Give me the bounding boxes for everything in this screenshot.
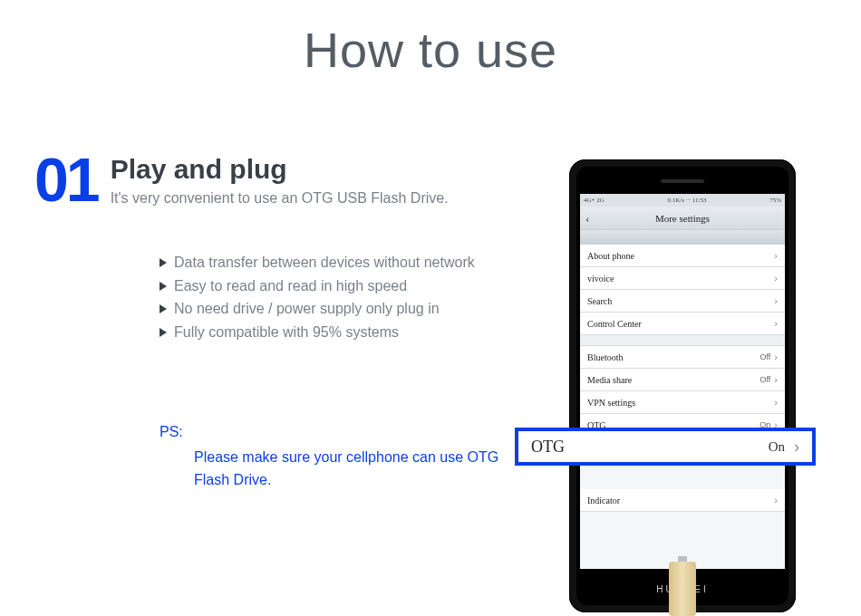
settings-row-bluetooth[interactable]: Bluetooth Off› (580, 346, 785, 369)
bullet-text: Easy to read and read in high speed (174, 274, 407, 298)
settings-row-search[interactable]: Search › (580, 290, 785, 313)
row-value: Off (759, 375, 770, 384)
row-label: Search (587, 296, 612, 306)
list-item: Easy to read and read in high speed (160, 274, 542, 298)
ps-block: PS: Please make sure your cellphone can … (160, 424, 542, 492)
bullet-text: Fully compatible with 95% systems (174, 321, 399, 344)
status-mid: 0.1K/s ··· 11:53 (668, 197, 707, 204)
phone-mockup: 4G+ 2G 0.1K/s ··· 11:53 75% ‹ More setti… (569, 159, 796, 612)
callout-label: OTG (531, 438, 565, 457)
chevron-right-icon: › (774, 318, 778, 329)
bullet-list: Data transfer between devices without ne… (160, 251, 542, 343)
ps-label: PS: (160, 424, 542, 440)
step-heading: Play and plug (111, 154, 449, 185)
status-right: 75% (769, 197, 781, 204)
chevron-right-icon: › (774, 351, 778, 362)
step-section: 01 Play and plug It's very convenient to… (34, 152, 542, 492)
settings-row-vpn[interactable]: VPN settings › (580, 391, 785, 414)
chevron-right-icon: › (774, 495, 778, 505)
triangle-icon (160, 258, 167, 267)
chevron-right-icon: › (774, 295, 778, 306)
row-label: Indicator (587, 496, 620, 505)
row-label: Media share (587, 375, 632, 385)
row-value: Off (759, 352, 770, 361)
chevron-right-icon: › (794, 438, 799, 457)
header-image (580, 230, 785, 245)
chevron-right-icon: › (774, 374, 778, 385)
otg-callout: OTG On › (515, 428, 816, 466)
step-number: 01 (34, 152, 98, 207)
chevron-right-icon: › (774, 273, 778, 284)
page-title: How to use (0, 22, 861, 78)
settings-row-vivoice[interactable]: vivoice › (580, 267, 785, 290)
list-item: No need drive / power supply only plug i… (160, 297, 542, 321)
row-label: vivoice (587, 274, 614, 284)
chevron-right-icon: › (774, 397, 778, 408)
triangle-icon (160, 304, 167, 313)
row-label: Control Center (587, 319, 642, 329)
settings-row-control-center[interactable]: Control Center › (580, 313, 785, 335)
bullet-text: No need drive / power supply only plug i… (174, 297, 440, 321)
settings-row-indicator[interactable]: Indicator › (580, 489, 785, 512)
row-label: About phone (587, 251, 634, 261)
settings-row-about-phone[interactable]: About phone › (580, 245, 785, 267)
chevron-right-icon: › (774, 250, 778, 261)
row-label: VPN settings (587, 398, 635, 408)
list-item: Fully compatible with 95% systems (160, 321, 542, 344)
phone-screen: 4G+ 2G 0.1K/s ··· 11:53 75% ‹ More setti… (580, 194, 785, 569)
triangle-icon (160, 328, 167, 337)
settings-row-media-share[interactable]: Media share Off› (580, 369, 785, 391)
bullet-text: Data transfer between devices without ne… (174, 251, 475, 274)
ps-text: Please make sure your cellphone can use … (194, 446, 520, 492)
callout-value: On (769, 439, 785, 455)
settings-header: ‹ More settings (580, 207, 785, 230)
triangle-icon (160, 282, 167, 291)
section-gap (580, 335, 785, 346)
step-subtitle: It's very convenient to use an OTG USB F… (111, 190, 449, 207)
row-label: Bluetooth (587, 352, 623, 362)
earpiece (661, 179, 704, 183)
otg-connector (669, 562, 696, 616)
status-left: 4G+ 2G (584, 197, 605, 204)
settings-title: More settings (655, 213, 710, 224)
back-icon[interactable]: ‹ (585, 211, 589, 226)
status-bar: 4G+ 2G 0.1K/s ··· 11:53 75% (580, 194, 785, 207)
list-item: Data transfer between devices without ne… (160, 251, 542, 274)
